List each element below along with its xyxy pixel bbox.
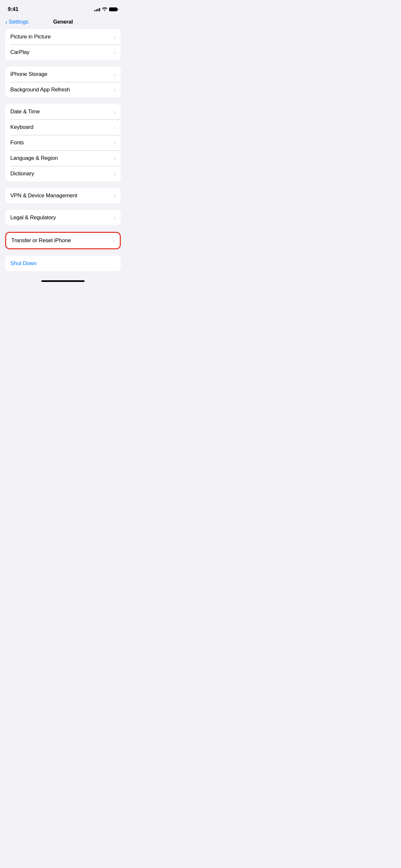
shutdown-row[interactable]: Shut Down bbox=[5, 256, 121, 271]
signal-icon bbox=[94, 7, 100, 11]
carplay-row[interactable]: CarPlay › bbox=[5, 44, 121, 60]
keyboard-row[interactable]: Keyboard › bbox=[5, 120, 121, 135]
back-button[interactable]: ‹ Settings bbox=[5, 19, 28, 25]
date-time-row[interactable]: Date & Time › bbox=[5, 104, 121, 120]
home-indicator bbox=[0, 278, 126, 284]
page-title: General bbox=[53, 19, 73, 25]
vpn-device-management-row[interactable]: VPN & Device Management › bbox=[5, 188, 121, 204]
date-time-label: Date & Time bbox=[10, 108, 40, 115]
status-bar: 9:41 bbox=[0, 0, 126, 16]
chevron-right-icon: › bbox=[114, 156, 116, 161]
background-app-refresh-row[interactable]: Background App Refresh › bbox=[5, 82, 121, 97]
settings-group-3: Date & Time › Keyboard › Fonts › Languag… bbox=[5, 104, 121, 182]
picture-in-picture-label: Picture in Picture bbox=[10, 34, 51, 40]
language-region-row[interactable]: Language & Region › bbox=[5, 151, 121, 166]
nav-header: ‹ Settings General bbox=[0, 16, 126, 29]
shutdown-label: Shut Down bbox=[10, 260, 36, 267]
chevron-right-icon: › bbox=[114, 87, 116, 93]
status-time: 9:41 bbox=[8, 6, 19, 12]
settings-content: Picture in Picture › CarPlay › iPhone St… bbox=[0, 29, 126, 271]
chevron-right-icon: › bbox=[114, 193, 116, 198]
settings-group-1: Picture in Picture › CarPlay › bbox=[5, 29, 121, 60]
carplay-label: CarPlay bbox=[10, 49, 29, 56]
chevron-right-icon: › bbox=[113, 238, 115, 244]
chevron-right-icon: › bbox=[114, 50, 116, 55]
dictionary-row[interactable]: Dictionary › bbox=[5, 166, 121, 182]
chevron-right-icon: › bbox=[114, 215, 116, 221]
home-bar bbox=[41, 280, 85, 282]
fonts-label: Fonts bbox=[10, 140, 24, 146]
status-icons bbox=[94, 7, 118, 12]
settings-group-2: iPhone Storage › Background App Refresh … bbox=[5, 66, 121, 97]
settings-group-4: VPN & Device Management › bbox=[5, 188, 121, 204]
background-app-refresh-label: Background App Refresh bbox=[10, 87, 70, 93]
legal-regulatory-row[interactable]: Legal & Regulatory › bbox=[5, 210, 121, 225]
shutdown-group: Shut Down bbox=[5, 256, 121, 271]
vpn-device-management-label: VPN & Device Management bbox=[10, 192, 77, 199]
legal-regulatory-label: Legal & Regulatory bbox=[10, 214, 56, 221]
chevron-right-icon: › bbox=[114, 34, 116, 40]
language-region-label: Language & Region bbox=[10, 155, 58, 161]
iphone-storage-row[interactable]: iPhone Storage › bbox=[5, 66, 121, 82]
chevron-right-icon: › bbox=[114, 72, 116, 77]
back-label: Settings bbox=[9, 19, 28, 25]
chevron-right-icon: › bbox=[114, 140, 116, 146]
picture-in-picture-row[interactable]: Picture in Picture › bbox=[5, 29, 121, 44]
chevron-right-icon: › bbox=[114, 125, 116, 130]
wifi-icon bbox=[102, 7, 107, 12]
settings-group-highlighted: Transfer or Reset iPhone › bbox=[5, 232, 121, 249]
keyboard-label: Keyboard bbox=[10, 124, 33, 130]
fonts-row[interactable]: Fonts › bbox=[5, 135, 121, 151]
back-chevron-icon: ‹ bbox=[5, 19, 7, 25]
settings-group-5: Legal & Regulatory › bbox=[5, 210, 121, 225]
chevron-right-icon: › bbox=[114, 171, 116, 177]
iphone-storage-label: iPhone Storage bbox=[10, 71, 47, 78]
dictionary-label: Dictionary bbox=[10, 170, 34, 177]
battery-icon bbox=[109, 7, 118, 11]
transfer-reset-row[interactable]: Transfer or Reset iPhone › bbox=[6, 233, 120, 248]
chevron-right-icon: › bbox=[114, 109, 116, 115]
transfer-reset-label: Transfer or Reset iPhone bbox=[11, 237, 71, 244]
